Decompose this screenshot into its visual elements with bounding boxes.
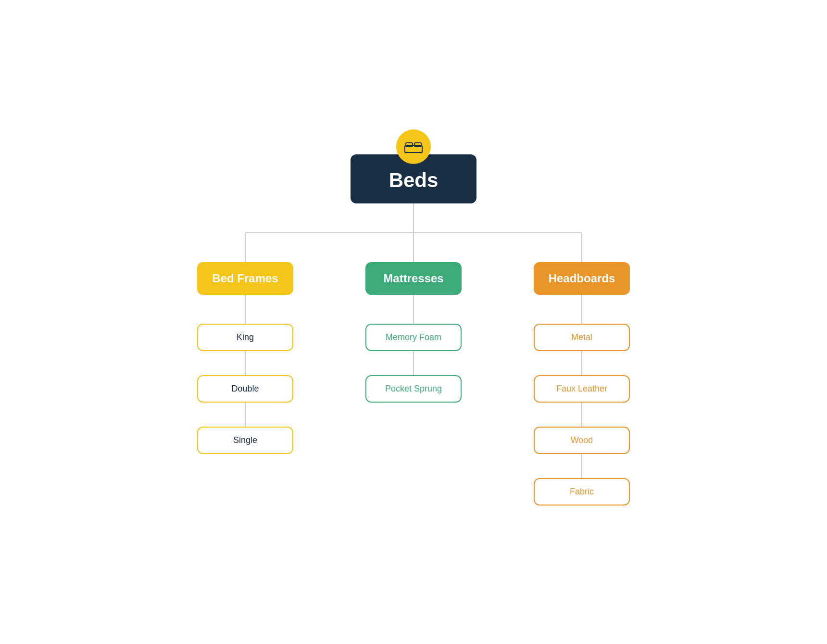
child-wood-label: Wood [571,435,593,445]
child-list-headboards: Metal Faux Leather Wood Fabric [534,324,630,505]
child-fabric: Fabric [534,478,630,505]
category-headboards-label: Headboards [549,272,615,285]
child-faux-leather-label: Faux Leather [556,384,607,393]
child-double-label: Double [231,384,259,393]
column-mattresses: Mattresses Memory Foam Pocket Sprung [365,233,462,403]
connector-memory-foam-pocket [413,351,414,375]
child-double: Double [197,375,293,403]
column-headboards: Headboards Metal Faux Leather Wood Fabri… [534,233,630,505]
child-fabric-label: Fabric [570,487,594,496]
connector-mid-bed-frames [245,295,246,324]
connector-wood-fabric [581,454,582,478]
child-single: Single [197,427,293,454]
child-list-mattresses: Memory Foam Pocket Sprung [365,324,462,403]
child-faux-leather: Faux Leather [534,375,630,403]
connector-double-single [245,403,246,427]
category-bed-frames: Bed Frames [197,262,293,295]
columns-container: Bed Frames King Double Single Ma [197,233,630,505]
horizontal-bar-wrapper [197,232,630,233]
child-memory-foam: Memory Foam [365,324,462,351]
connector-mid-headboards [581,295,582,324]
connector-faux-wood [581,403,582,427]
diagram-container: Beds Bed Frames King Double [125,110,702,534]
horizontal-bar [245,232,582,233]
root-node: Beds [351,129,477,203]
connector-mid-mattresses [413,295,414,324]
bed-icon [396,129,431,164]
child-list-bed-frames: King Double Single [197,324,293,454]
connector-metal-faux [581,351,582,375]
category-mattresses: Mattresses [365,262,462,295]
connector-top-headboards [581,233,582,262]
child-pocket-sprung-label: Pocket Sprung [385,384,442,393]
child-metal: Metal [534,324,630,351]
connector-top-bed-frames [245,233,246,262]
child-king: King [197,324,293,351]
connector-king-double [245,351,246,375]
child-pocket-sprung: Pocket Sprung [365,375,462,403]
child-metal-label: Metal [571,332,592,342]
child-single-label: Single [233,435,257,445]
child-king-label: King [237,332,254,342]
root-connector [413,203,414,232]
child-memory-foam-label: Memory Foam [386,332,441,342]
category-bed-frames-label: Bed Frames [212,272,278,285]
category-headboards: Headboards [534,262,630,295]
connector-top-mattresses [413,233,414,262]
child-wood: Wood [534,427,630,454]
root-label: Beds [389,169,439,191]
category-mattresses-label: Mattresses [383,272,443,285]
column-bed-frames: Bed Frames King Double Single [197,233,293,454]
